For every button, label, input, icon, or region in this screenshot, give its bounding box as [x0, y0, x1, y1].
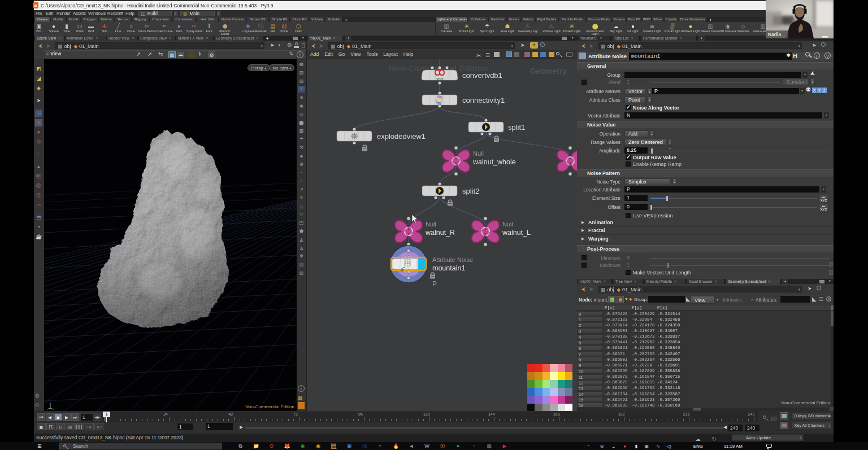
svg-text:walnut_whole: walnut_whole — [472, 158, 516, 166]
svg-text:convertvdb1: convertvdb1 — [462, 71, 502, 80]
svg-text:mountain1: mountain1 — [432, 264, 465, 272]
svg-text:walnut_R: walnut_R — [425, 229, 455, 237]
svg-text:Nadia: Nadia — [768, 32, 781, 37]
svg-text:Attribute Noise: Attribute Noise — [432, 256, 473, 263]
svg-text:walnut_L: walnut_L — [502, 229, 531, 237]
svg-text:VDB: VDB — [436, 77, 443, 81]
svg-text:split1: split1 — [508, 123, 525, 132]
svg-text:P: P — [432, 280, 437, 288]
svg-text:split2: split2 — [462, 187, 479, 195]
svg-text:Null: Null — [426, 221, 436, 228]
svg-text:connectivity1: connectivity1 — [462, 96, 505, 104]
svg-text:Null: Null — [473, 150, 484, 157]
svg-text:Null: Null — [502, 221, 513, 228]
svg-text:explodedview1: explodedview1 — [377, 132, 426, 141]
